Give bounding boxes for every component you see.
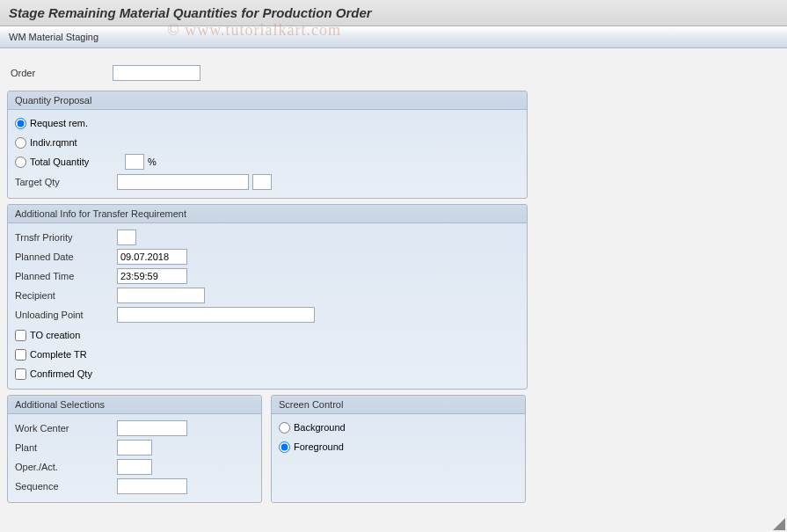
screen-control-legend: Screen Control: [272, 396, 525, 414]
wm-material-staging-button[interactable]: WM Material Staging: [9, 32, 98, 42]
to-creation-checkbox[interactable]: [15, 330, 26, 341]
planned-time-input[interactable]: [117, 268, 187, 284]
page-title: Stage Remaining Material Quantities for …: [0, 0, 787, 26]
trnsfr-priority-label: Trnsfr Priority: [11, 232, 117, 243]
foreground-radio[interactable]: [279, 441, 290, 453]
toolbar: WM Material Staging: [0, 26, 787, 48]
background-label: Background: [294, 422, 389, 433]
bottom-columns: Additional Selections Work Center Plant …: [7, 395, 528, 503]
plant-label: Plant: [11, 442, 117, 453]
unloading-point-label: Unloading Point: [11, 310, 117, 320]
transfer-req-group: Additional Info for Transfer Requirement…: [7, 204, 528, 390]
request-rem-label: Request rem.: [30, 118, 125, 128]
confirmed-qty-label: Confirmed Qty: [30, 368, 125, 379]
order-label: Order: [7, 68, 113, 78]
order-input[interactable]: [113, 65, 200, 81]
planned-time-label: Planned Time: [11, 271, 117, 281]
total-quantity-radio[interactable]: [15, 157, 26, 168]
oper-act-label: Oper./Act.: [11, 462, 117, 472]
sequence-label: Sequence: [11, 481, 117, 492]
work-center-input[interactable]: [117, 420, 187, 436]
recipient-input[interactable]: [117, 288, 205, 303]
background-radio[interactable]: [279, 422, 290, 434]
complete-tr-checkbox[interactable]: [15, 349, 26, 361]
unloading-point-input[interactable]: [117, 307, 315, 323]
trnsfr-priority-input[interactable]: [117, 230, 136, 245]
indiv-rqmnt-radio[interactable]: [15, 137, 26, 149]
recipient-label: Recipient: [11, 290, 117, 301]
sequence-input[interactable]: [117, 478, 187, 494]
quantity-proposal-legend: Quantity Proposal: [8, 91, 527, 110]
plant-input[interactable]: [117, 440, 152, 455]
planned-date-input[interactable]: [117, 249, 187, 265]
indiv-rqmnt-label: Indiv.rqmnt: [30, 137, 125, 148]
to-creation-label: TO creation: [30, 330, 125, 340]
transfer-req-legend: Additional Info for Transfer Requirement: [8, 205, 527, 223]
complete-tr-label: Complete TR: [30, 349, 125, 360]
work-center-label: Work Center: [11, 423, 117, 434]
content-area: Order Quantity Proposal Request rem. Ind…: [0, 48, 787, 512]
target-qty-unit-input[interactable]: [252, 174, 272, 190]
order-row: Order: [7, 64, 780, 82]
quantity-proposal-group: Quantity Proposal Request rem. Indiv.rqm…: [7, 91, 528, 199]
total-quantity-pct-input[interactable]: [125, 154, 144, 170]
screen-control-group: Screen Control Background Foreground: [271, 395, 526, 503]
percent-sign: %: [148, 157, 157, 167]
planned-date-label: Planned Date: [11, 251, 117, 262]
additional-selections-group: Additional Selections Work Center Plant …: [7, 395, 262, 503]
total-quantity-label: Total Quantity: [30, 157, 125, 167]
resize-handle-icon[interactable]: [773, 518, 785, 530]
foreground-label: Foreground: [294, 441, 389, 452]
confirmed-qty-checkbox[interactable]: [15, 368, 26, 380]
additional-selections-legend: Additional Selections: [8, 396, 261, 414]
target-qty-label: Target Qty: [11, 177, 117, 187]
request-rem-radio[interactable]: [15, 118, 26, 129]
oper-act-input[interactable]: [117, 459, 152, 475]
target-qty-input[interactable]: [117, 174, 249, 190]
